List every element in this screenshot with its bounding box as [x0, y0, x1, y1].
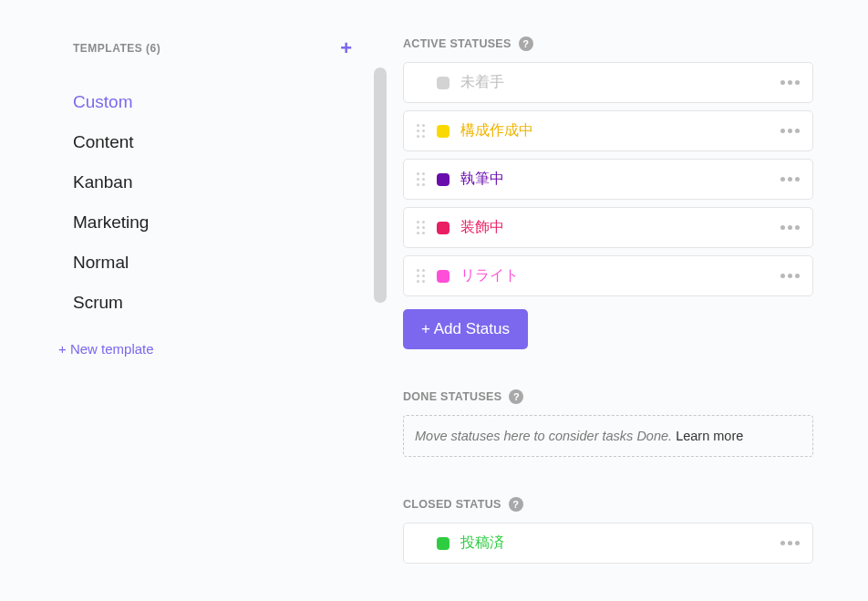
template-item[interactable]: Content — [73, 122, 356, 162]
template-list: CustomContentKanbanMarketingNormalScrum — [73, 82, 356, 323]
status-color-swatch[interactable] — [437, 270, 450, 283]
drag-placeholder — [417, 76, 426, 90]
status-label: 投稿済 — [460, 534, 770, 553]
more-icon[interactable] — [780, 129, 800, 133]
templates-header: TEMPLATES (6) — [73, 42, 160, 55]
status-label: 執筆中 — [460, 170, 770, 189]
help-icon[interactable]: ? — [509, 497, 523, 512]
add-template-icon[interactable]: + — [340, 36, 352, 60]
more-icon[interactable] — [780, 274, 800, 278]
template-item[interactable]: Kanban — [73, 162, 356, 202]
active-statuses-title: ACTIVE STATUSES — [403, 37, 512, 50]
status-row[interactable]: 執筆中 — [403, 159, 813, 200]
status-label: 未着手 — [460, 73, 770, 92]
more-icon[interactable] — [780, 541, 800, 545]
help-icon[interactable]: ? — [519, 36, 533, 51]
drag-handle-icon[interactable] — [417, 269, 426, 284]
more-icon[interactable] — [780, 177, 800, 181]
help-icon[interactable]: ? — [509, 389, 523, 404]
status-row[interactable]: 未着手 — [403, 62, 813, 103]
status-row[interactable]: 構成作成中 — [403, 110, 813, 151]
closed-status-title: CLOSED STATUS — [403, 498, 501, 511]
status-color-swatch[interactable] — [437, 125, 450, 138]
status-row[interactable]: リライト — [403, 255, 813, 296]
status-color-swatch[interactable] — [437, 537, 450, 550]
drag-handle-icon[interactable] — [417, 172, 426, 187]
status-color-swatch[interactable] — [437, 222, 450, 234]
learn-more-link[interactable]: Learn more — [676, 429, 743, 443]
status-color-swatch[interactable] — [437, 173, 450, 186]
done-placeholder-text: Move statuses here to consider tasks Don… — [415, 429, 676, 443]
status-label: 装飾中 — [460, 218, 770, 237]
add-status-button[interactable]: + Add Status — [403, 309, 528, 349]
status-row[interactable]: 投稿済 — [403, 523, 813, 564]
templates-sidebar: TEMPLATES (6) + CustomContentKanbanMarke… — [73, 36, 356, 601]
template-item[interactable]: Custom — [73, 82, 356, 122]
status-row[interactable]: 装飾中 — [403, 207, 813, 248]
status-label: リライト — [460, 266, 770, 285]
scrollbar[interactable] — [374, 67, 387, 303]
drag-handle-icon[interactable] — [417, 124, 426, 139]
new-template-link[interactable]: + New template — [58, 323, 356, 357]
template-item[interactable]: Normal — [73, 243, 356, 283]
status-label: 構成作成中 — [460, 121, 770, 140]
active-statuses-section: ACTIVE STATUSES ? 未着手構成作成中執筆中装飾中リライト + A… — [403, 36, 813, 349]
done-statuses-title: DONE STATUSES — [403, 390, 501, 403]
more-icon[interactable] — [780, 225, 800, 230]
drag-placeholder — [417, 536, 426, 551]
drag-handle-icon[interactable] — [417, 221, 426, 235]
more-icon[interactable] — [780, 80, 800, 85]
template-item[interactable]: Marketing — [73, 202, 356, 243]
closed-status-section: CLOSED STATUS ? 投稿済 — [403, 497, 813, 564]
done-statuses-section: DONE STATUSES ? Move statuses here to co… — [403, 389, 813, 457]
template-item[interactable]: Scrum — [73, 283, 356, 323]
status-color-swatch[interactable] — [437, 77, 450, 89]
done-dropzone[interactable]: Move statuses here to consider tasks Don… — [403, 415, 813, 457]
